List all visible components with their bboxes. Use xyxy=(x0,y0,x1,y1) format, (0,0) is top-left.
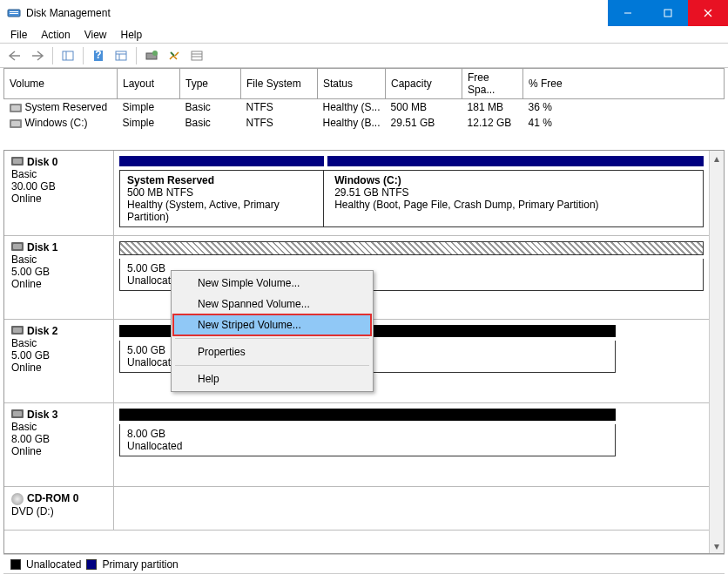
disk-icon xyxy=(11,409,24,418)
volume-row[interactable]: Windows (C:) Simple Basic NTFS Healthy (… xyxy=(4,115,725,131)
col-type[interactable]: Type xyxy=(180,69,241,99)
partition-bar xyxy=(327,156,704,166)
context-menu: New Simple Volume... New Spanned Volume.… xyxy=(171,270,374,392)
help-button[interactable]: ? xyxy=(89,46,108,65)
menu-file[interactable]: File xyxy=(3,27,34,43)
list-button[interactable] xyxy=(187,46,206,65)
drive-icon xyxy=(10,104,22,112)
menubar: File Action View Help xyxy=(0,26,728,44)
volume-row[interactable]: System Reserved Simple Basic NTFS Health… xyxy=(4,99,725,116)
separator xyxy=(52,47,53,64)
settings-button[interactable] xyxy=(111,46,131,65)
disk-icon xyxy=(11,242,24,251)
partition-unallocated[interactable]: 8.00 GB Unallocated xyxy=(120,424,615,456)
statusbar xyxy=(3,573,725,588)
action-button[interactable] xyxy=(165,46,184,65)
disk-row[interactable]: CD-ROM 0 DVD (D:) xyxy=(4,487,709,531)
col-pct[interactable]: % Free xyxy=(523,69,725,99)
partition-bar xyxy=(119,241,704,255)
menu-properties[interactable]: Properties xyxy=(173,341,371,362)
partition[interactable]: System Reserved 500 MB NTFS Healthy (Sys… xyxy=(120,171,324,226)
drive-icon xyxy=(10,119,22,128)
disk-icon xyxy=(11,157,24,166)
disk-row[interactable]: Disk 0 Basic 30.00 GB Online System Rese… xyxy=(4,151,709,236)
menu-help[interactable]: Help xyxy=(114,27,150,43)
svg-point-15 xyxy=(152,51,158,56)
partition-bar xyxy=(119,156,324,166)
scroll-down-icon[interactable]: ▾ xyxy=(710,538,724,553)
col-volume[interactable]: Volume xyxy=(4,69,118,99)
col-free[interactable]: Free Spa... xyxy=(462,69,523,99)
minimize-button[interactable] xyxy=(608,0,648,26)
separator xyxy=(83,47,84,64)
menu-new-simple-volume[interactable]: New Simple Volume... xyxy=(173,273,371,294)
svg-rect-4 xyxy=(664,10,671,17)
menu-view[interactable]: View xyxy=(78,27,114,43)
svg-rect-2 xyxy=(10,13,18,14)
maximize-button[interactable] xyxy=(648,0,688,26)
titlebar: Disk Management xyxy=(0,0,728,26)
close-button[interactable] xyxy=(688,0,728,26)
refresh-button[interactable] xyxy=(142,46,161,65)
vertical-scrollbar[interactable]: ▴ ▾ xyxy=(709,151,724,553)
forward-button[interactable] xyxy=(28,46,47,65)
show-hide-button[interactable] xyxy=(58,46,78,65)
svg-rect-16 xyxy=(192,51,202,60)
legend-swatch-unallocated xyxy=(10,559,21,570)
app-icon xyxy=(7,6,21,20)
toolbar: ? xyxy=(0,44,728,68)
menu-new-striped-volume[interactable]: New Striped Volume... xyxy=(172,314,372,336)
col-fs[interactable]: File System xyxy=(241,69,318,99)
partition-bar xyxy=(119,409,616,421)
scroll-up-icon[interactable]: ▴ xyxy=(710,151,724,166)
col-layout[interactable]: Layout xyxy=(118,69,180,99)
legend-label: Unallocated xyxy=(26,558,81,571)
window-title: Disk Management xyxy=(26,7,608,19)
svg-rect-11 xyxy=(116,51,126,60)
cdrom-icon xyxy=(11,493,24,505)
svg-rect-1 xyxy=(10,11,18,12)
disk-icon xyxy=(11,326,24,335)
menu-action[interactable]: Action xyxy=(34,27,77,43)
legend-label: Primary partition xyxy=(102,558,178,571)
separator xyxy=(175,338,369,339)
legend: Unallocated Primary partition xyxy=(3,554,725,573)
svg-text:?: ? xyxy=(95,50,101,61)
partition[interactable]: Windows (C:) 29.51 GB NTFS Healthy (Boot… xyxy=(327,171,703,226)
volume-table: Volume Layout Type File System Status Ca… xyxy=(3,68,725,131)
separator xyxy=(136,47,137,64)
menu-help[interactable]: Help xyxy=(173,368,371,389)
disk-row[interactable]: Disk 3 Basic 8.00 GB Online 8.00 GB Unal… xyxy=(4,403,709,487)
menu-new-spanned-volume[interactable]: New Spanned Volume... xyxy=(173,294,371,314)
separator xyxy=(175,365,369,366)
legend-swatch-primary xyxy=(86,559,97,570)
svg-rect-7 xyxy=(63,51,73,60)
col-status[interactable]: Status xyxy=(318,69,386,99)
back-button[interactable] xyxy=(5,46,24,65)
col-capacity[interactable]: Capacity xyxy=(386,69,462,99)
